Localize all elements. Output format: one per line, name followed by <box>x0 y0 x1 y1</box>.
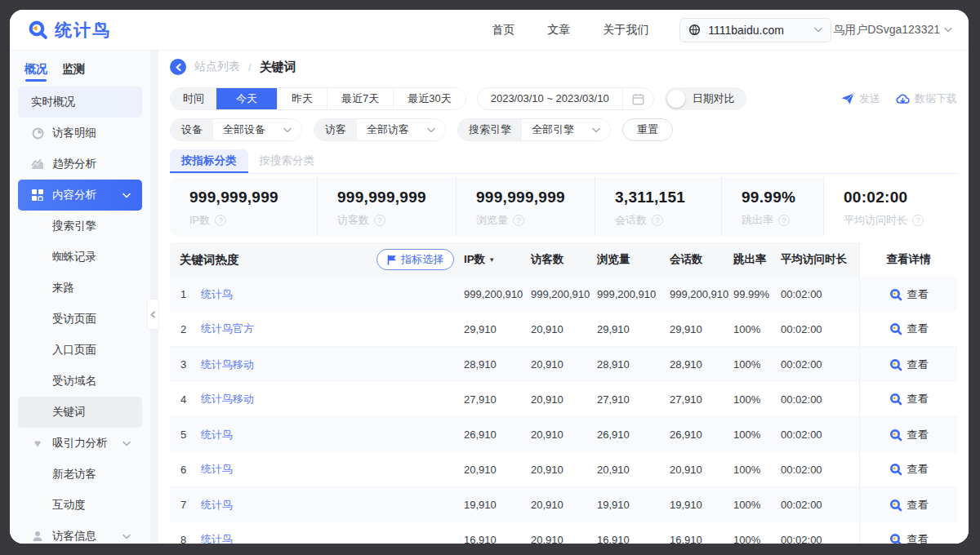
stat-label: 平均访问时长 <box>844 213 907 228</box>
sidebar-item-visitor-info[interactable]: 访客信息 <box>18 521 142 544</box>
nav-articles[interactable]: 文章 <box>547 23 570 38</box>
sidebar-item-keywords[interactable]: 关键词 <box>18 397 142 428</box>
date-range-picker[interactable]: 2023/03/10 ~ 2023/03/10 <box>477 87 654 110</box>
view-button[interactable]: 查看 <box>889 357 929 372</box>
sidebar-collapse-handle[interactable] <box>147 299 159 330</box>
tab-by-search[interactable]: 按搜索分类 <box>248 149 327 173</box>
sidebar-item-entry-pages[interactable]: 入口页面 <box>18 335 142 366</box>
col-visitors: 访客数 <box>531 252 597 267</box>
sidebar-tab-overview[interactable]: 概况 <box>24 62 47 82</box>
stat-value: 3,311,151 <box>615 189 721 206</box>
time-option-last7days[interactable]: 最近7天 <box>327 88 393 109</box>
help-icon[interactable]: ? <box>912 215 924 226</box>
metric-select-label: 指标选择 <box>401 252 443 267</box>
view-logo-icon <box>889 322 902 335</box>
table-row: 2 统计鸟官方 29,910 20,910 29,910 29,910 100%… <box>170 312 957 347</box>
table-row: 6 统计鸟 20,910 20,910 20,910 20,910 100% 0… <box>170 452 957 487</box>
clock-icon <box>31 127 44 140</box>
sidebar-item-engagement[interactable]: 互动度 <box>18 490 142 521</box>
user-menu[interactable]: 鸟用户DSvga123321 <box>833 23 952 38</box>
sidebar-item-label: 实时概况 <box>31 95 75 109</box>
search-engine-filter-label: 搜索引擎 <box>458 119 522 140</box>
flag-icon <box>387 255 397 265</box>
top-header: 统计鸟 首页 文章 关于我们 1111baidu.com 鸟用户DSvga123… <box>10 10 969 51</box>
sidebar-item-attraction-analysis[interactable]: ♥ 吸引力分析 <box>18 428 142 459</box>
breadcrumb-parent[interactable]: 站点列表 <box>194 60 240 74</box>
help-icon[interactable]: ? <box>778 215 790 226</box>
view-logo-icon <box>889 499 902 512</box>
send-button[interactable]: 发送 <box>841 91 880 106</box>
tab-by-metric[interactable]: 按指标分类 <box>170 149 248 173</box>
site-selector[interactable]: 1111baidu.com <box>679 18 831 42</box>
sidebar-item-visited-domains[interactable]: 受访域名 <box>18 366 142 397</box>
sidebar-item-visitor-detail[interactable]: 访客明细 <box>18 118 142 149</box>
nav-about[interactable]: 关于我们 <box>603 23 648 38</box>
brand[interactable]: 统计鸟 <box>28 19 111 42</box>
reset-button[interactable]: 重置 <box>622 118 673 141</box>
help-icon[interactable]: ? <box>513 215 524 226</box>
sidebar-item-label: 新老访客 <box>52 467 96 482</box>
brand-name: 统计鸟 <box>55 19 111 42</box>
send-label: 发送 <box>859 91 880 106</box>
sidebar-item-search-engine[interactable]: 搜索引擎 <box>18 211 142 242</box>
user-icon <box>31 530 44 543</box>
toggle-knob[interactable] <box>667 90 685 108</box>
sidebar-item-visited-pages[interactable]: 受访页面 <box>18 304 142 335</box>
app-window: 统计鸟 首页 文章 关于我们 1111baidu.com 鸟用户DSvga123… <box>10 10 969 544</box>
keyword-link[interactable]: 统计鸟 <box>201 462 464 477</box>
help-icon[interactable]: ? <box>374 215 385 226</box>
table-row: 7 统计鸟 19,910 20,910 19,910 19,910 100% 0… <box>170 487 957 522</box>
keyword-link[interactable]: 统计鸟 <box>201 498 464 513</box>
data-download-button[interactable]: 数据下载 <box>896 91 957 106</box>
sidebar-item-realtime[interactable]: 实时概况 <box>18 87 142 118</box>
search-engine-select[interactable]: 全部引擎 <box>522 119 610 140</box>
device-select[interactable]: 全部设备 <box>213 119 301 140</box>
keyword-link[interactable]: 统计鸟 <box>201 532 464 544</box>
keyword-link[interactable]: 统计鸟移动 <box>201 392 464 406</box>
nav-home[interactable]: 首页 <box>492 23 514 38</box>
metric-select-button[interactable]: 指标选择 <box>376 249 454 270</box>
keyword-link[interactable]: 统计鸟官方 <box>201 322 464 336</box>
stat-pageviews: 999,999,999 浏览量? <box>456 177 595 236</box>
sidebar-item-new-old-visitors[interactable]: 新老访客 <box>18 459 142 490</box>
col-duration: 平均访问时长 <box>781 252 859 267</box>
stat-value: 00:02:00 <box>844 189 957 206</box>
view-button[interactable]: 查看 <box>889 462 929 477</box>
stat-ip: 999,999,999 IP数? <box>170 177 317 236</box>
view-button[interactable]: 查看 <box>889 498 929 513</box>
col-ip[interactable]: IP数▼ <box>464 252 531 267</box>
sidebar-item-spider-log[interactable]: 蜘蛛记录 <box>18 242 142 273</box>
keyword-link[interactable]: 统计鸟 <box>201 428 464 442</box>
sidebar-tab-monitor[interactable]: 监测 <box>62 62 85 82</box>
stat-label: IP数 <box>189 213 210 228</box>
device-select-value: 全部设备 <box>223 119 265 140</box>
time-option-yesterday[interactable]: 昨天 <box>277 88 327 109</box>
help-icon[interactable]: ? <box>652 215 663 226</box>
view-button[interactable]: 查看 <box>889 322 929 336</box>
view-logo-icon <box>889 463 902 476</box>
table-row: 1 统计鸟 999,200,910 999,200,910 999,200,91… <box>170 277 957 312</box>
view-button[interactable]: 查看 <box>889 392 929 406</box>
sidebar-item-content-analysis[interactable]: 内容分析 <box>18 180 142 211</box>
visitor-select[interactable]: 全部访客 <box>357 119 445 140</box>
back-button[interactable] <box>170 59 186 75</box>
keyword-link[interactable]: 统计鸟 <box>201 287 464 302</box>
view-button[interactable]: 查看 <box>889 287 929 302</box>
sidebar-item-referrer[interactable]: 来路 <box>18 273 142 304</box>
visitor-select-value: 全部访客 <box>367 119 409 140</box>
time-option-last30days[interactable]: 最近30天 <box>393 88 465 109</box>
sidebar-item-trend-analysis[interactable]: 趋势分析 <box>18 149 142 180</box>
view-button[interactable]: 查看 <box>889 532 929 544</box>
globe-icon <box>688 24 701 36</box>
sidebar: 概况 监测 实时概况 访客明细 趋势分析 <box>10 51 150 544</box>
calendar-button[interactable] <box>622 88 653 109</box>
time-filter-label: 时间 <box>171 88 216 109</box>
view-button[interactable]: 查看 <box>889 428 929 442</box>
sidebar-divider <box>150 51 158 544</box>
help-icon[interactable]: ? <box>215 215 226 226</box>
date-compare-toggle[interactable]: 日期对比 <box>665 87 746 110</box>
sidebar-item-label: 趋势分析 <box>52 157 96 171</box>
keyword-link[interactable]: 统计鸟移动 <box>201 357 464 372</box>
time-option-today[interactable]: 今天 <box>216 88 277 109</box>
view-logo-icon <box>889 533 902 544</box>
